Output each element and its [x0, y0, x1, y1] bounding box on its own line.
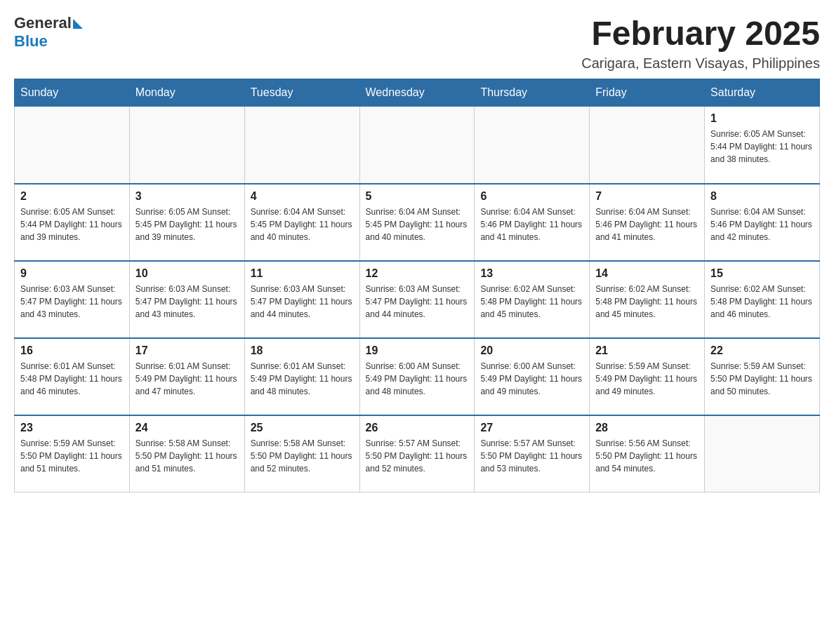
day-info: Sunrise: 6:04 AM Sunset: 5:46 PM Dayligh… — [595, 206, 699, 243]
day-info: Sunrise: 6:02 AM Sunset: 5:48 PM Dayligh… — [595, 283, 699, 321]
calendar-week-row: 23Sunrise: 5:59 AM Sunset: 5:50 PM Dayli… — [15, 415, 820, 492]
weekday-header-thursday: Thursday — [475, 79, 590, 107]
day-info: Sunrise: 6:03 AM Sunset: 5:47 PM Dayligh… — [366, 283, 469, 321]
calendar-cell: 19Sunrise: 6:00 AM Sunset: 5:49 PM Dayli… — [359, 338, 475, 415]
day-number: 26 — [366, 422, 469, 434]
calendar-cell: 3Sunrise: 6:05 AM Sunset: 5:45 PM Daylig… — [129, 184, 244, 261]
day-number: 27 — [480, 422, 583, 434]
calendar-cell: 10Sunrise: 6:03 AM Sunset: 5:47 PM Dayli… — [129, 261, 244, 338]
day-number: 12 — [366, 267, 469, 280]
day-number: 25 — [251, 422, 354, 434]
calendar-cell: 2Sunrise: 6:05 AM Sunset: 5:44 PM Daylig… — [15, 184, 130, 261]
calendar-cell: 4Sunrise: 6:04 AM Sunset: 5:45 PM Daylig… — [244, 184, 359, 261]
day-number: 18 — [251, 344, 354, 357]
calendar-table: SundayMondayTuesdayWednesdayThursdayFrid… — [14, 79, 820, 492]
calendar-cell — [590, 107, 705, 184]
day-number: 5 — [366, 190, 469, 203]
day-info: Sunrise: 6:00 AM Sunset: 5:49 PM Dayligh… — [366, 360, 469, 398]
day-number: 11 — [251, 267, 354, 280]
logo-general-text: General — [14, 14, 72, 32]
calendar-cell: 6Sunrise: 6:04 AM Sunset: 5:46 PM Daylig… — [475, 184, 590, 261]
calendar-cell: 21Sunrise: 5:59 AM Sunset: 5:49 PM Dayli… — [590, 338, 705, 415]
logo-triangle-icon — [73, 19, 83, 29]
day-info: Sunrise: 5:56 AM Sunset: 5:50 PM Dayligh… — [595, 437, 699, 475]
day-number: 19 — [366, 344, 469, 357]
calendar-cell: 16Sunrise: 6:01 AM Sunset: 5:48 PM Dayli… — [15, 338, 130, 415]
calendar-cell: 26Sunrise: 5:57 AM Sunset: 5:50 PM Dayli… — [359, 415, 475, 492]
calendar-cell: 27Sunrise: 5:57 AM Sunset: 5:50 PM Dayli… — [475, 415, 590, 492]
logo-blue-text: Blue — [14, 32, 83, 51]
calendar-cell — [129, 107, 244, 184]
calendar-week-row: 16Sunrise: 6:01 AM Sunset: 5:48 PM Dayli… — [15, 338, 820, 415]
calendar-cell: 28Sunrise: 5:56 AM Sunset: 5:50 PM Dayli… — [590, 415, 705, 492]
calendar-title: February 2025 — [581, 14, 820, 53]
day-number: 3 — [135, 190, 239, 203]
day-info: Sunrise: 6:04 AM Sunset: 5:45 PM Dayligh… — [366, 206, 469, 243]
weekday-header-friday: Friday — [590, 79, 705, 107]
day-number: 6 — [480, 190, 583, 203]
day-info: Sunrise: 6:02 AM Sunset: 5:48 PM Dayligh… — [480, 283, 583, 321]
weekday-header-wednesday: Wednesday — [359, 79, 475, 107]
day-number: 28 — [595, 422, 699, 434]
day-number: 4 — [251, 190, 354, 203]
day-number: 2 — [20, 190, 124, 203]
day-info: Sunrise: 6:05 AM Sunset: 5:45 PM Dayligh… — [135, 206, 239, 243]
calendar-week-row: 2Sunrise: 6:05 AM Sunset: 5:44 PM Daylig… — [15, 184, 820, 261]
calendar-cell: 23Sunrise: 5:59 AM Sunset: 5:50 PM Dayli… — [15, 415, 130, 492]
calendar-cell: 1Sunrise: 6:05 AM Sunset: 5:44 PM Daylig… — [705, 107, 820, 184]
weekday-header-tuesday: Tuesday — [244, 79, 359, 107]
calendar-cell: 13Sunrise: 6:02 AM Sunset: 5:48 PM Dayli… — [475, 261, 590, 338]
calendar-cell: 25Sunrise: 5:58 AM Sunset: 5:50 PM Dayli… — [244, 415, 359, 492]
day-number: 13 — [480, 267, 583, 280]
day-info: Sunrise: 6:03 AM Sunset: 5:47 PM Dayligh… — [20, 283, 124, 321]
calendar-cell — [15, 107, 130, 184]
calendar-cell: 20Sunrise: 6:00 AM Sunset: 5:49 PM Dayli… — [475, 338, 590, 415]
day-number: 21 — [595, 344, 699, 357]
day-info: Sunrise: 6:05 AM Sunset: 5:44 PM Dayligh… — [20, 206, 124, 243]
day-number: 14 — [595, 267, 699, 280]
weekday-header-monday: Monday — [129, 79, 244, 107]
day-number: 9 — [20, 267, 124, 280]
day-info: Sunrise: 5:58 AM Sunset: 5:50 PM Dayligh… — [135, 437, 239, 475]
calendar-cell: 14Sunrise: 6:02 AM Sunset: 5:48 PM Dayli… — [590, 261, 705, 338]
day-info: Sunrise: 5:58 AM Sunset: 5:50 PM Dayligh… — [251, 437, 354, 475]
day-info: Sunrise: 5:59 AM Sunset: 5:49 PM Dayligh… — [595, 360, 699, 398]
day-number: 10 — [135, 267, 239, 280]
calendar-cell — [705, 415, 820, 492]
calendar-week-row: 1Sunrise: 6:05 AM Sunset: 5:44 PM Daylig… — [15, 107, 820, 184]
day-number: 8 — [710, 190, 814, 203]
day-info: Sunrise: 5:59 AM Sunset: 5:50 PM Dayligh… — [20, 437, 124, 475]
weekday-header-sunday: Sunday — [15, 79, 130, 107]
calendar-week-row: 9Sunrise: 6:03 AM Sunset: 5:47 PM Daylig… — [15, 261, 820, 338]
day-number: 23 — [20, 422, 124, 434]
day-number: 17 — [135, 344, 239, 357]
calendar-cell: 5Sunrise: 6:04 AM Sunset: 5:45 PM Daylig… — [359, 184, 475, 261]
day-number: 22 — [710, 344, 814, 357]
day-info: Sunrise: 5:57 AM Sunset: 5:50 PM Dayligh… — [366, 437, 469, 475]
day-info: Sunrise: 6:03 AM Sunset: 5:47 PM Dayligh… — [135, 283, 239, 321]
day-info: Sunrise: 6:02 AM Sunset: 5:48 PM Dayligh… — [710, 283, 814, 321]
calendar-cell: 11Sunrise: 6:03 AM Sunset: 5:47 PM Dayli… — [244, 261, 359, 338]
day-info: Sunrise: 5:59 AM Sunset: 5:50 PM Dayligh… — [710, 360, 814, 398]
day-info: Sunrise: 6:01 AM Sunset: 5:48 PM Dayligh… — [20, 360, 124, 398]
calendar-cell: 15Sunrise: 6:02 AM Sunset: 5:48 PM Dayli… — [705, 261, 820, 338]
calendar-subtitle: Carigara, Eastern Visayas, Philippines — [581, 55, 820, 72]
day-info: Sunrise: 6:01 AM Sunset: 5:49 PM Dayligh… — [251, 360, 354, 398]
day-info: Sunrise: 6:04 AM Sunset: 5:46 PM Dayligh… — [480, 206, 583, 243]
calendar-cell: 22Sunrise: 5:59 AM Sunset: 5:50 PM Dayli… — [705, 338, 820, 415]
calendar-cell — [244, 107, 359, 184]
calendar-cell: 7Sunrise: 6:04 AM Sunset: 5:46 PM Daylig… — [590, 184, 705, 261]
day-info: Sunrise: 6:01 AM Sunset: 5:49 PM Dayligh… — [135, 360, 239, 398]
day-number: 16 — [20, 344, 124, 357]
calendar-cell: 9Sunrise: 6:03 AM Sunset: 5:47 PM Daylig… — [15, 261, 130, 338]
day-number: 7 — [595, 190, 699, 203]
calendar-cell: 12Sunrise: 6:03 AM Sunset: 5:47 PM Dayli… — [359, 261, 475, 338]
title-section: February 2025 Carigara, Eastern Visayas,… — [581, 14, 820, 72]
calendar-cell: 18Sunrise: 6:01 AM Sunset: 5:49 PM Dayli… — [244, 338, 359, 415]
day-number: 24 — [135, 422, 239, 434]
day-number: 20 — [480, 344, 583, 357]
calendar-cell — [359, 107, 475, 184]
calendar-cell: 24Sunrise: 5:58 AM Sunset: 5:50 PM Dayli… — [129, 415, 244, 492]
day-info: Sunrise: 6:00 AM Sunset: 5:49 PM Dayligh… — [480, 360, 583, 398]
day-info: Sunrise: 6:04 AM Sunset: 5:46 PM Dayligh… — [710, 206, 814, 243]
